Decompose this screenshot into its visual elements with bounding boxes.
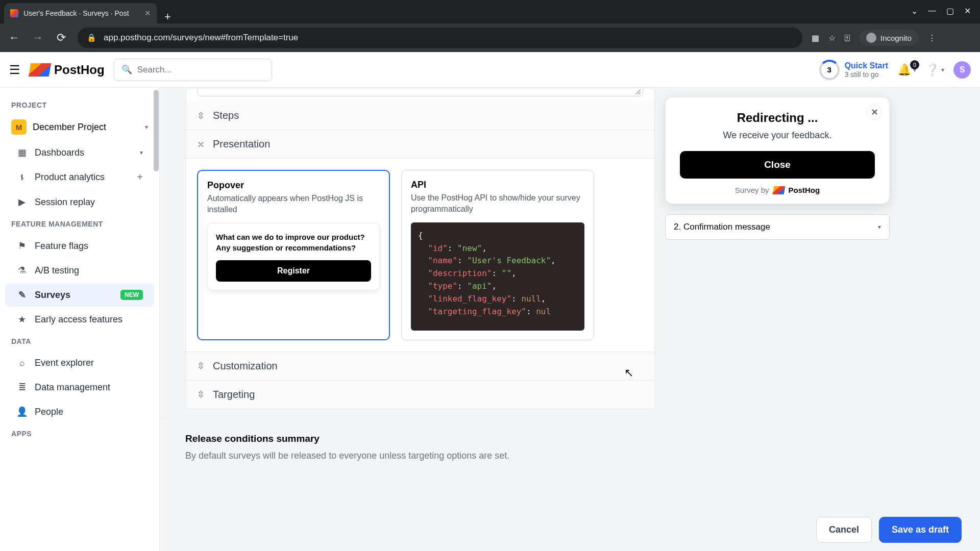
- incognito-badge[interactable]: Incognito: [859, 30, 919, 46]
- minimize-icon[interactable]: —: [928, 6, 936, 16]
- progress-ring: 3: [819, 60, 840, 80]
- sidebar-item-session-replay[interactable]: ▶ Session replay: [5, 190, 154, 214]
- quick-start-title: Quick Start: [845, 61, 888, 70]
- release-conditions: Release conditions summary By default su…: [160, 418, 980, 466]
- user-avatar[interactable]: S: [953, 61, 971, 79]
- sidebar: PROJECT M December Project ▾ ▦ Dashboard…: [0, 88, 160, 551]
- sidebar-item-event-explorer[interactable]: ⌕ Event explorer: [5, 352, 154, 374]
- browser-tab-row: User's Feedback · Surveys · Post ✕ + ⌄ —…: [0, 0, 980, 23]
- confirmation-message-dropdown[interactable]: 2. Confirmation message ▾: [665, 214, 890, 240]
- sidebar-item-data-management[interactable]: ≣ Data management: [5, 375, 154, 399]
- sidebar-item-feature-flags[interactable]: ⚑ Feature flags: [5, 234, 154, 258]
- scrollbar-thumb[interactable]: [154, 90, 159, 171]
- release-title: Release conditions summary: [185, 433, 954, 444]
- incognito-icon: [866, 33, 876, 43]
- chart-icon: ⫮: [16, 172, 28, 183]
- section-project: PROJECT: [0, 96, 159, 114]
- accordion-steps[interactable]: ⇳ Steps: [186, 102, 654, 130]
- help-button[interactable]: ❔ ▾: [925, 63, 944, 77]
- forward-button: →: [31, 31, 45, 44]
- app-header: ☰ PostHog 🔍 Search... 3 Quick Start 3 st…: [0, 52, 980, 88]
- preview-subtitle: We receive your feedback.: [680, 130, 875, 141]
- expand-icon: ⇳: [197, 389, 205, 400]
- bookmark-icon[interactable]: ☆: [828, 33, 836, 43]
- chevron-down-icon[interactable]: ⌄: [911, 6, 918, 16]
- sidebar-item-surveys[interactable]: ✎ Surveys NEW: [5, 283, 154, 307]
- kebab-menu-icon[interactable]: ⋮: [928, 33, 936, 43]
- chevron-down-icon: ▾: [878, 223, 881, 231]
- project-avatar: M: [11, 119, 27, 135]
- extensions-icon[interactable]: ▦: [812, 33, 819, 43]
- textarea-resize-handle[interactable]: [197, 88, 643, 96]
- browser-tab[interactable]: User's Feedback · Surveys · Post ✕: [4, 3, 157, 23]
- sidebar-item-dashboards[interactable]: ▦ Dashboards ▾: [5, 141, 154, 164]
- flag-icon: ⚑: [16, 240, 28, 252]
- help-icon: ❔: [925, 63, 939, 77]
- popover-preview: What can we do to improve our product? A…: [207, 223, 380, 290]
- search-placeholder: Search...: [137, 65, 172, 75]
- star-icon: ★: [16, 314, 28, 325]
- back-button[interactable]: ←: [7, 31, 21, 44]
- flask-icon: ⚗: [16, 265, 28, 276]
- section-feature: FEATURE MANAGEMENT: [0, 215, 159, 233]
- api-title: API: [411, 180, 584, 190]
- option-api[interactable]: API Use the PostHog API to show/hide you…: [401, 170, 594, 340]
- survey-editor-panel: ⇳ Steps ⤬ Presentation Popover Automatic…: [185, 88, 655, 409]
- quick-start[interactable]: 3 Quick Start 3 still to go: [819, 60, 888, 80]
- person-icon: 👤: [16, 406, 28, 417]
- reload-button[interactable]: ⟳: [54, 31, 68, 44]
- plus-icon[interactable]: +: [137, 171, 143, 183]
- expand-icon: ⇳: [197, 110, 205, 121]
- url-bar[interactable]: 🔒 app.posthog.com/surveys/new#fromTempla…: [78, 28, 802, 48]
- collapse-icon: ⤬: [197, 139, 205, 150]
- popover-desc: Automatically appears when PostHog JS is…: [207, 193, 380, 216]
- sidebar-item-people[interactable]: 👤 People: [5, 400, 154, 423]
- expand-icon: ⇳: [197, 360, 205, 371]
- bell-icon: 🔔: [897, 63, 911, 77]
- sidebar-item-product-analytics[interactable]: ⫮ Product analytics +: [5, 165, 154, 189]
- close-tab-icon[interactable]: ✕: [144, 9, 151, 18]
- cancel-button[interactable]: Cancel: [816, 517, 872, 543]
- url-text: app.posthog.com/surveys/new#fromTemplate…: [104, 33, 298, 43]
- accordion-targeting[interactable]: ⇳ Targeting: [186, 380, 654, 409]
- database-icon: ≣: [16, 382, 28, 393]
- save-as-draft-button[interactable]: Save as draft: [879, 517, 962, 543]
- notifications-button[interactable]: 🔔 0 ▾: [897, 63, 916, 77]
- posthog-logo[interactable]: PostHog: [30, 63, 105, 77]
- project-selector[interactable]: M December Project ▾: [0, 114, 159, 140]
- logo-mark-icon: [29, 63, 52, 77]
- pencil-icon: ✎: [16, 289, 28, 300]
- sidebar-item-early-access[interactable]: ★ Early access features: [5, 308, 154, 331]
- preview-register-button: Register: [216, 260, 371, 282]
- install-icon[interactable]: ⍐: [845, 33, 850, 42]
- posthog-mark-icon: [772, 186, 785, 194]
- api-code-preview: { "id": "new", "name": "User's Feedback"…: [411, 222, 584, 331]
- preview-close-button[interactable]: Close: [680, 151, 875, 179]
- survey-by-line: Survey by PostHog: [680, 186, 875, 194]
- chevron-down-icon[interactable]: ▾: [140, 149, 143, 156]
- notif-badge: 0: [910, 60, 919, 69]
- close-preview-button[interactable]: ✕: [867, 105, 882, 120]
- new-tab-button[interactable]: +: [157, 10, 178, 23]
- preview-title: Redirecting ...: [680, 111, 875, 125]
- hamburger-menu[interactable]: ☰: [9, 63, 20, 77]
- browser-toolbar: ← → ⟳ 🔒 app.posthog.com/surveys/new#from…: [0, 23, 980, 52]
- chevron-down-icon: ▾: [145, 123, 148, 131]
- chevron-down-icon: ▾: [941, 66, 944, 73]
- maximize-icon[interactable]: ▢: [946, 6, 954, 16]
- play-icon: ▶: [16, 196, 28, 208]
- favicon: [10, 9, 18, 17]
- footer-actions: Cancel Save as draft: [816, 509, 962, 551]
- sidebar-item-ab-testing[interactable]: ⚗ A/B testing: [5, 259, 154, 282]
- grid-icon: ▦: [16, 147, 28, 158]
- close-window-icon[interactable]: ✕: [964, 6, 971, 16]
- search-icon: ⌕: [16, 358, 28, 368]
- main-content: ⇳ Steps ⤬ Presentation Popover Automatic…: [160, 88, 980, 551]
- lock-icon: 🔒: [87, 33, 96, 42]
- search-icon: 🔍: [121, 64, 132, 75]
- option-popover[interactable]: Popover Automatically appears when PostH…: [197, 170, 390, 340]
- accordion-customization[interactable]: ⇳ Customization: [186, 352, 654, 380]
- search-input[interactable]: 🔍 Search...: [114, 59, 272, 81]
- accordion-presentation[interactable]: ⤬ Presentation: [186, 130, 654, 158]
- survey-preview-card: ✕ Redirecting ... We receive your feedba…: [665, 97, 890, 204]
